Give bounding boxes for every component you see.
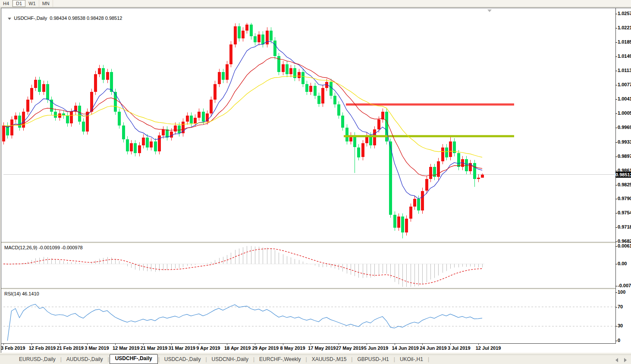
time-axis-tick <box>87 344 88 345</box>
rsi-axis-label-tick <box>615 326 617 326</box>
price-axis-label-tick <box>615 242 617 242</box>
price-axis-label: 0.98250 <box>618 182 631 187</box>
price-axis-label: 1.02570 <box>618 11 631 16</box>
date-label: 12 Jul 2019 <box>476 345 501 351</box>
price-axis-label: 0.99690 <box>618 125 631 130</box>
price-axis-label: 1.01490 <box>618 53 631 59</box>
date-label: 31 Mar 2019 <box>169 345 195 351</box>
time-axis-tick <box>422 344 423 345</box>
timeframe-button-mn[interactable]: MN <box>39 0 53 7</box>
tab-separator: | <box>427 356 430 364</box>
time-axis-tick <box>450 344 451 345</box>
rsi-axis-label-tick <box>615 307 617 308</box>
chart-tabs: EURUSD-,Daily|AUDUSD-,Daily|USDCHF-,Dail… <box>15 355 430 364</box>
rsi-axis-label: 70 <box>618 304 623 309</box>
price-axis-label-tick <box>615 85 617 85</box>
mt4-terminal: { "toolbar": { "timeframes": [ {"label":… <box>0 0 631 364</box>
macd-axis-label-tick <box>615 286 617 286</box>
date-label: 29 Apr 2019 <box>252 345 279 351</box>
time-axis-tick <box>199 344 199 345</box>
price-axis-label-tick <box>615 142 617 143</box>
date-label: 21 Feb 2019 <box>57 345 84 351</box>
price-axis-label-tick <box>615 199 617 199</box>
time-axis-tick <box>255 344 255 345</box>
price-axis-label: 0.99330 <box>618 139 631 144</box>
price-axis-label-tick <box>615 99 617 100</box>
price-axis-label: 1.01850 <box>618 39 631 44</box>
tabs-scroll-left-button[interactable] <box>615 358 618 362</box>
time-axis-tick <box>367 344 367 345</box>
chart-tab-usdchf-daily[interactable]: USDCHF-,Daily <box>110 354 158 364</box>
price-axis-label: 1.00410 <box>618 96 631 101</box>
macd-label: MACD(12,26,9) -0.001099 -0.000978 <box>4 245 83 250</box>
chart-tab-eurchf-weekly[interactable]: EURCHF-,Weekly <box>255 355 305 364</box>
price-axis-label-tick <box>615 28 617 28</box>
time-axis-tick <box>339 344 339 345</box>
timeframe-toolbar: H4D1W1MN <box>0 0 631 7</box>
price-axis-label-tick <box>615 113 617 114</box>
price-axis-label-tick <box>615 185 617 185</box>
chart-tab-gbpusd-h1[interactable]: GBPUSD-,H1 <box>353 355 393 364</box>
price-axis-label-tick <box>615 71 617 71</box>
rsi-axis-label: 30 <box>618 323 623 328</box>
rsi-axis-label: 100 <box>618 289 625 295</box>
time-axis-tick <box>115 344 116 345</box>
date-label: 5 Jun 2019 <box>364 345 388 351</box>
price-chart-pane[interactable] <box>1 8 616 242</box>
date-label: 8 May 2019 <box>280 345 305 351</box>
price-axis-label-tick <box>615 227 617 228</box>
chart-title: USDCHF-,Daily 0.98434 0.98538 0.98428 0.… <box>5 10 122 21</box>
price-axis-label-tick <box>615 56 617 57</box>
chart-tab-ukoil-h1[interactable]: UKOil-,H1 <box>396 355 427 364</box>
chart-ohlc-values: 0.98434 0.98538 0.98428 0.98512 <box>50 16 122 21</box>
timeframe-button-w1[interactable]: W1 <box>25 0 39 7</box>
time-axis-tick <box>143 344 144 345</box>
time-axis[interactable]: 3 Feb 201912 Feb 201921 Feb 20193 Mar 20… <box>1 344 616 353</box>
date-label: 14 Jun 2019 <box>392 345 419 351</box>
price-axis-label-tick <box>615 171 617 171</box>
rsi-axis-label-tick <box>615 341 617 341</box>
date-label: 17 May 2019 <box>308 345 336 351</box>
time-axis-tick <box>311 344 311 345</box>
current-price-badge: 0.98512 <box>615 172 631 178</box>
date-label: 3 Feb 2019 <box>1 345 25 351</box>
chart-tab-xauusd-m15[interactable]: XAUUSD-,M15 <box>308 355 351 364</box>
rsi-pane[interactable] <box>1 290 616 343</box>
price-axis-label-tick <box>615 128 617 128</box>
chart-tabs-bar: EURUSD-,Daily|AUDUSD-,Daily|USDCHF-,Dail… <box>0 355 631 364</box>
chart-shift-marker-icon <box>487 9 492 12</box>
chart-tab-audusd-daily[interactable]: AUDUSD-,Daily <box>62 355 107 364</box>
date-label: 21 Mar 2019 <box>141 345 167 351</box>
chart-tab-usdcnh-daily[interactable]: USDCNH-,Daily <box>207 355 253 364</box>
price-axis-label: 0.97540 <box>618 210 631 215</box>
date-label: 24 Jun 2019 <box>420 345 446 351</box>
date-label: 12 Mar 2019 <box>113 345 139 351</box>
macd-axis-label-tick <box>615 264 617 264</box>
date-label: 12 Feb 2019 <box>29 345 56 351</box>
date-label: 27 May 2019 <box>336 345 364 351</box>
date-label: 3 Jul 2019 <box>448 345 471 351</box>
price-axis-label-tick <box>615 213 617 213</box>
time-axis-tick <box>478 344 479 345</box>
rsi-label: RSI(14) 46.1410 <box>4 291 39 296</box>
time-axis-tick <box>171 344 172 345</box>
price-axis-label-tick <box>615 14 617 14</box>
macd-axis-label-tick <box>615 246 617 247</box>
macd-pane[interactable] <box>1 244 616 288</box>
tab-scroll-arrows <box>615 358 627 362</box>
price-axis-label: 1.01130 <box>618 68 631 73</box>
price-axis-label: 0.97900 <box>618 196 631 201</box>
time-axis-tick <box>60 344 60 345</box>
macd-axis-label: -0.00761 <box>618 283 631 288</box>
rsi-axis-label-tick <box>615 292 617 293</box>
time-axis-tick <box>227 344 227 345</box>
chart-dropdown-icon[interactable] <box>8 18 11 20</box>
date-label: 3 Mar 2019 <box>85 345 109 351</box>
time-axis-tick <box>395 344 395 345</box>
chart-symbol-label: USDCHF-,Daily <box>14 16 47 21</box>
timeframe-button-h4[interactable]: H4 <box>0 0 13 7</box>
chart-tab-eurusd-daily[interactable]: EURUSD-,Daily <box>15 355 60 364</box>
tabs-scroll-right-button[interactable] <box>624 358 627 362</box>
timeframe-button-d1[interactable]: D1 <box>13 0 25 7</box>
chart-tab-usdcad-daily[interactable]: USDCAD-,Daily <box>160 355 205 364</box>
